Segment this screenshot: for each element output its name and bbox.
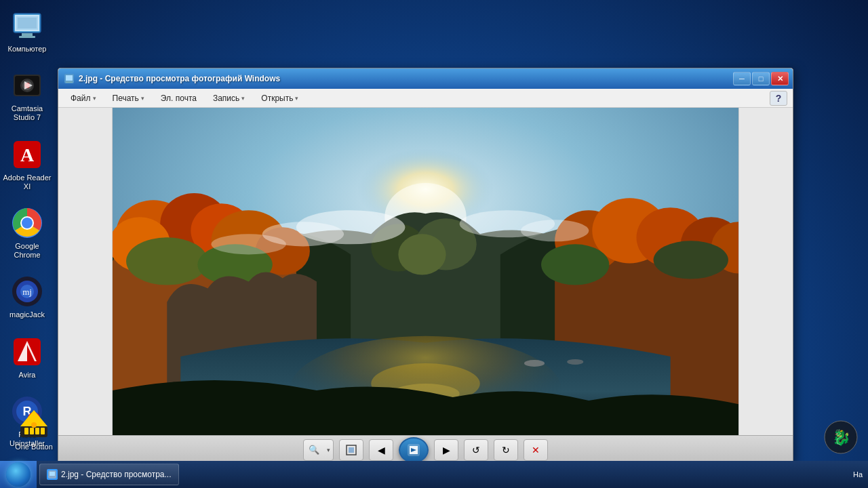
svg-point-34	[31, 422, 37, 428]
svg-rect-42	[66, 75, 73, 81]
taskbar-items: 2.jpg - Средство просмотра...	[37, 464, 853, 485]
photo-viewer-window: 2.jpg - Средство просмотра фотографий Wi…	[58, 68, 793, 464]
taskbar-time: На	[853, 470, 863, 479]
svg-rect-3	[19, 36, 35, 38]
svg-rect-80	[50, 472, 55, 476]
camtasia-label: Camtasia Studio 7	[3, 104, 52, 122]
fit-window-button[interactable]	[339, 439, 363, 461]
minimize-button[interactable]: ─	[733, 72, 751, 85]
delete-button[interactable]: ✕	[524, 439, 548, 461]
image-area	[113, 108, 738, 435]
desktop-icon-onebutton[interactable]: One Button	[7, 405, 61, 454]
menu-email[interactable]: Эл. почта	[154, 92, 203, 105]
zoom-group: 🔍 ▾	[303, 439, 334, 461]
avira-label: Avira	[19, 371, 36, 380]
desktop-icon-magicjack[interactable]: mj magicJack	[0, 272, 54, 322]
bottom-toolbar: 🔍 ▾ ◀ ▶	[58, 435, 793, 464]
computer-label: Компьютер	[8, 45, 47, 54]
svg-point-69	[567, 359, 583, 365]
next-button[interactable]: ▶	[434, 439, 458, 461]
menu-open[interactable]: Открыть ▾	[254, 92, 305, 105]
taskbar: 2.jpg - Средство просмотра... На	[0, 461, 868, 488]
help-button[interactable]: ?	[770, 91, 787, 106]
desktop-icon-avira[interactable]: Avira	[0, 333, 54, 382]
taskbar-item-label: 2.jpg - Средство просмотра...	[61, 470, 172, 479]
computer-icon	[11, 9, 43, 42]
avira-icon	[11, 336, 43, 368]
start-button[interactable]	[0, 461, 37, 488]
menubar: Файл ▾ Печать ▾ Эл. почта Запись ▾ Откры…	[58, 89, 793, 108]
desktop: Компьютер Camtasia Studio 7	[0, 0, 868, 488]
window-title-text: 2.jpg - Средство просмотра фотографий Wi…	[79, 74, 280, 83]
svg-rect-35	[24, 428, 28, 434]
window-content	[58, 108, 793, 435]
chrome-icon	[11, 207, 43, 239]
svg-text:mj: mj	[22, 287, 32, 297]
window-titlebar: 2.jpg - Средство просмотра фотографий Wi…	[58, 68, 793, 89]
menu-record[interactable]: Запись ▾	[206, 92, 252, 105]
svg-point-60	[541, 244, 609, 285]
print-arrow: ▾	[141, 95, 144, 102]
svg-point-64	[398, 234, 446, 274]
previous-button[interactable]: ◀	[369, 439, 393, 461]
svg-rect-5	[18, 18, 37, 28]
desktop-icon-computer[interactable]: Компьютер	[0, 7, 54, 56]
taskbar-right: На	[853, 470, 868, 479]
rotate-left-button[interactable]: ↺	[464, 439, 488, 461]
svg-text:A: A	[20, 144, 35, 165]
svg-rect-38	[41, 428, 45, 434]
desktop-icon-adobe[interactable]: A Adobe Reader XI	[0, 136, 54, 194]
start-orb	[6, 462, 31, 487]
window-title-icon	[64, 73, 75, 84]
svg-point-74	[211, 234, 285, 254]
adobe-label: Adobe Reader XI	[3, 174, 52, 191]
svg-rect-43	[66, 81, 73, 83]
magicjack-icon: mj	[11, 275, 43, 308]
taskbar-item-icon	[47, 469, 58, 480]
svg-rect-37	[35, 428, 39, 434]
svg-point-73	[521, 220, 589, 241]
record-arrow: ▾	[241, 95, 245, 102]
svg-rect-2	[22, 33, 33, 36]
chrome-label: Google Chrome	[3, 242, 52, 260]
menu-file[interactable]: Файл ▾	[64, 92, 103, 105]
maximize-button[interactable]: □	[752, 72, 770, 85]
rotate-right-button[interactable]: ↻	[494, 439, 518, 461]
slideshow-button[interactable]	[399, 437, 429, 463]
camtasia-icon	[11, 69, 43, 102]
magicjack-label: magicJack	[9, 310, 45, 319]
right-panel	[738, 108, 793, 435]
window-title-left: 2.jpg - Средство просмотра фотографий Wi…	[64, 73, 280, 84]
desktop-icon-camtasia[interactable]: Camtasia Studio 7	[0, 66, 54, 125]
svg-point-53	[126, 237, 208, 285]
left-panel	[58, 108, 113, 435]
onebutton-icon	[18, 407, 50, 440]
onebutton-label: One Button	[15, 443, 53, 451]
svg-rect-36	[30, 428, 34, 434]
adobe-icon: A	[11, 138, 43, 171]
open-arrow: ▾	[295, 95, 298, 102]
menu-print[interactable]: Печать ▾	[106, 92, 151, 105]
dragon-icon-area: 🐉	[824, 420, 858, 454]
svg-rect-76	[349, 447, 354, 453]
photo-landscape	[113, 108, 738, 435]
window-controls: ─ □ ✕	[733, 72, 789, 85]
svg-point-68	[524, 360, 545, 367]
svg-point-61	[654, 241, 728, 279]
svg-text:🐉: 🐉	[832, 428, 851, 447]
zoom-button[interactable]: 🔍	[304, 440, 324, 460]
zoom-arrow[interactable]: ▾	[324, 447, 333, 453]
svg-point-17	[22, 218, 33, 228]
taskbar-photo-viewer[interactable]: 2.jpg - Средство просмотра...	[39, 464, 179, 485]
file-arrow: ▾	[93, 95, 96, 102]
close-button[interactable]: ✕	[771, 72, 789, 85]
desktop-icon-chrome[interactable]: Google Chrome	[0, 204, 54, 262]
